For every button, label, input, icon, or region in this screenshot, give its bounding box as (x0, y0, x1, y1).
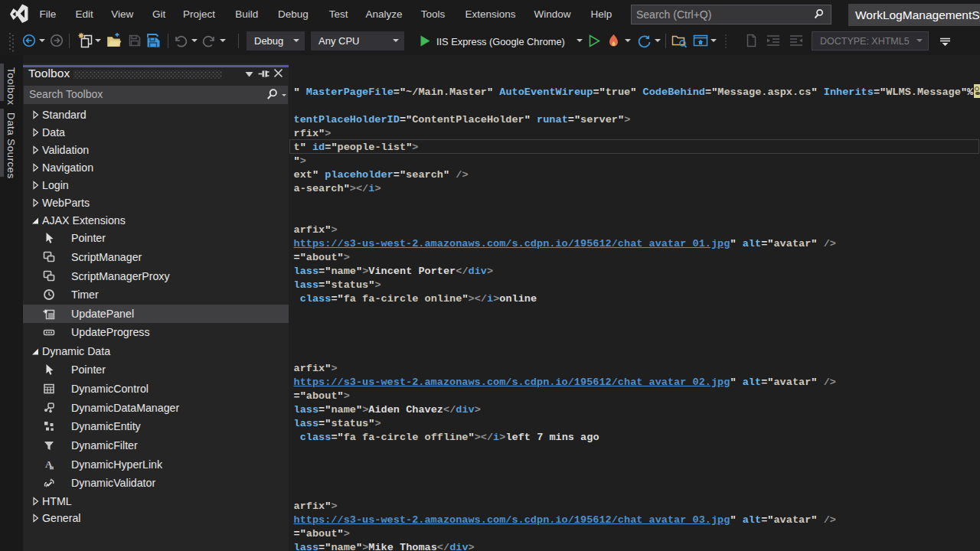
svg-text:A: A (45, 458, 53, 470)
